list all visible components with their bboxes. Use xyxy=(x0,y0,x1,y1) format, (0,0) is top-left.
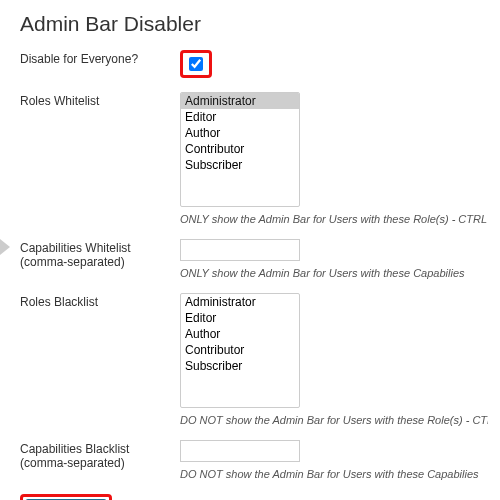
field-caps-whitelist: ONLY show the Admin Bar for Users with t… xyxy=(180,239,488,279)
label-caps-blacklist: Capabilities Blacklist (comma-separated) xyxy=(20,440,180,470)
row-roles-blacklist: Roles Blacklist AdministratorEditorAutho… xyxy=(20,293,488,426)
row-caps-blacklist: Capabilities Blacklist (comma-separated)… xyxy=(20,440,488,480)
field-roles-blacklist: AdministratorEditorAuthorContributorSubs… xyxy=(180,293,488,426)
option-contributor[interactable]: Contributor xyxy=(181,141,299,157)
roles-blacklist-select[interactable]: AdministratorEditorAuthorContributorSubs… xyxy=(180,293,300,408)
row-roles-whitelist: Roles Whitelist AdministratorEditorAutho… xyxy=(20,92,488,225)
page-title: Admin Bar Disabler xyxy=(20,12,488,36)
help-caps-whitelist: ONLY show the Admin Bar for Users with t… xyxy=(180,267,488,279)
caps-blacklist-input[interactable] xyxy=(180,440,300,462)
option-subscriber[interactable]: Subscriber xyxy=(181,358,299,374)
option-subscriber[interactable]: Subscriber xyxy=(181,157,299,173)
submit-row: Save Changes Do not use Blacklist in com… xyxy=(20,494,488,500)
row-disable-everyone: Disable for Everyone? xyxy=(20,50,488,78)
option-contributor[interactable]: Contributor xyxy=(181,342,299,358)
arrow-icon xyxy=(0,239,10,255)
label-roles-blacklist: Roles Blacklist xyxy=(20,293,180,309)
field-disable-everyone xyxy=(180,50,488,78)
help-caps-blacklist: DO NOT show the Admin Bar for Users with… xyxy=(180,468,488,480)
option-editor[interactable]: Editor xyxy=(181,109,299,125)
option-administrator[interactable]: Administrator xyxy=(181,294,299,310)
highlight-disable-checkbox xyxy=(180,50,212,78)
row-caps-whitelist: Capabilities Whitelist (comma-separated)… xyxy=(20,239,488,279)
roles-whitelist-select[interactable]: AdministratorEditorAuthorContributorSubs… xyxy=(180,92,300,207)
field-roles-whitelist: AdministratorEditorAuthorContributorSubs… xyxy=(180,92,488,225)
help-roles-whitelist: ONLY show the Admin Bar for Users with t… xyxy=(180,213,488,225)
disable-everyone-checkbox[interactable] xyxy=(189,57,203,71)
option-author[interactable]: Author xyxy=(181,125,299,141)
option-author[interactable]: Author xyxy=(181,326,299,342)
label-roles-whitelist: Roles Whitelist xyxy=(20,92,180,108)
option-editor[interactable]: Editor xyxy=(181,310,299,326)
caps-whitelist-input[interactable] xyxy=(180,239,300,261)
field-caps-blacklist: DO NOT show the Admin Bar for Users with… xyxy=(180,440,488,480)
help-roles-blacklist: DO NOT show the Admin Bar for Users with… xyxy=(180,414,488,426)
option-administrator[interactable]: Administrator xyxy=(181,93,299,109)
label-caps-whitelist: Capabilities Whitelist (comma-separated) xyxy=(20,239,180,269)
highlight-save-button: Save Changes xyxy=(20,494,112,500)
label-disable-everyone: Disable for Everyone? xyxy=(20,50,180,66)
